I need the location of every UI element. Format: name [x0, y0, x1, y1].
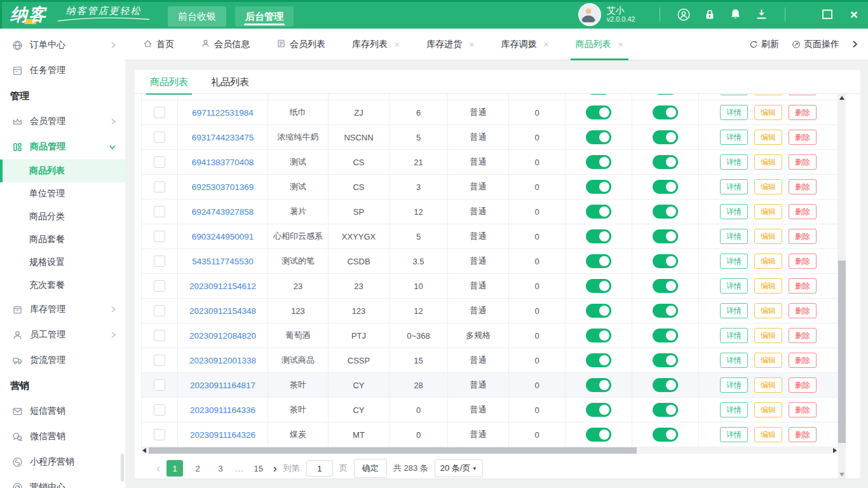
row-checkbox[interactable]	[154, 156, 165, 168]
sidebar-item[interactable]: 任务管理	[0, 58, 125, 83]
detail-button[interactable]: 详情	[720, 254, 748, 269]
detail-button[interactable]: 详情	[720, 303, 748, 318]
page-tab[interactable]: 会员列表	[276, 29, 325, 60]
detail-button[interactable]: 详情	[720, 179, 748, 194]
points-toggle-on[interactable]	[653, 94, 678, 95]
edit-button[interactable]: 编辑	[754, 328, 782, 343]
detail-button[interactable]: 详情	[720, 105, 748, 120]
edit-button[interactable]: 编辑	[754, 427, 782, 442]
edit-button[interactable]: 编辑	[754, 377, 782, 393]
page-button-3[interactable]: 3	[212, 460, 229, 477]
delete-button[interactable]: 删除	[789, 254, 817, 269]
bell-icon[interactable]	[729, 8, 742, 21]
row-checkbox[interactable]	[154, 404, 165, 416]
row-checkbox[interactable]	[154, 206, 165, 217]
shelf-toggle-on[interactable]	[586, 155, 611, 169]
barcode-link[interactable]: 20230912154612	[189, 281, 256, 291]
horizontal-scrollbar-thumb[interactable]	[149, 447, 637, 454]
tab-goods-list[interactable]: 商品列表	[150, 70, 188, 94]
delete-button[interactable]: 删除	[789, 204, 817, 219]
points-toggle-on[interactable]	[653, 229, 678, 243]
sidebar-item[interactable]: 商品管理	[0, 134, 125, 159]
backend-admin-button[interactable]: 后台管理	[235, 6, 294, 27]
shelf-toggle-on[interactable]	[586, 428, 611, 442]
page-tab[interactable]: 会员信息	[201, 29, 250, 60]
points-toggle-on[interactable]	[653, 205, 678, 219]
sidebar-item[interactable]: 货流管理	[0, 348, 125, 373]
shelf-toggle-on[interactable]	[586, 353, 611, 367]
page-size-select[interactable]: 20 条/页 ▼	[435, 459, 483, 477]
points-toggle-on[interactable]	[653, 304, 678, 318]
sidebar-item[interactable]: 小程序营销	[0, 449, 125, 475]
sidebar-subitem[interactable]: 单位管理	[0, 182, 125, 205]
detail-button[interactable]: 详情	[720, 204, 748, 219]
avatar[interactable]	[578, 3, 601, 26]
row-checkbox[interactable]	[154, 280, 165, 292]
tab-close-icon[interactable]: ×	[395, 39, 400, 50]
sidebar-item[interactable]: 库存管理	[0, 297, 125, 322]
sidebar-item[interactable]: 微信营销	[0, 424, 125, 449]
maximize-button[interactable]	[822, 10, 832, 19]
barcode-link[interactable]: 6924743927858	[192, 207, 254, 217]
next-page-icon[interactable]: ›	[273, 463, 277, 474]
detail-button[interactable]: 详情	[720, 328, 748, 343]
page-tab[interactable]: 库存列表×	[352, 29, 400, 60]
page-tab[interactable]: 商品列表×	[576, 29, 623, 60]
tab-close-icon[interactable]: ×	[618, 39, 623, 50]
shelf-toggle-on[interactable]	[586, 254, 611, 268]
delete-button[interactable]: 删除	[789, 94, 817, 95]
tab-close-icon[interactable]: ×	[469, 39, 474, 50]
scroll-right-arrow-icon[interactable]	[833, 448, 837, 453]
delete-button[interactable]: 删除	[789, 130, 817, 145]
page-tab[interactable]: 库存调拨×	[501, 29, 548, 60]
sidebar-subitem[interactable]: 规格设置	[0, 251, 125, 274]
front-cashier-button[interactable]: 前台收银	[168, 6, 226, 27]
shelf-toggle-on[interactable]	[586, 180, 611, 194]
delete-button[interactable]: 删除	[789, 303, 817, 318]
detail-button[interactable]: 详情	[720, 229, 748, 244]
sidebar-item[interactable]: 订单中心	[0, 32, 125, 58]
lock-icon[interactable]	[703, 8, 716, 21]
sidebar-subitem[interactable]: 商品套餐	[0, 228, 125, 251]
points-toggle-on[interactable]	[653, 378, 678, 392]
edit-button[interactable]: 编辑	[754, 154, 782, 170]
delete-button[interactable]: 删除	[789, 179, 817, 194]
page-button-2[interactable]: 2	[189, 460, 206, 477]
delete-button[interactable]: 删除	[789, 402, 817, 417]
delete-button[interactable]: 删除	[789, 328, 817, 343]
edit-button[interactable]: 编辑	[754, 130, 782, 145]
points-toggle-on[interactable]	[653, 105, 678, 119]
barcode-link[interactable]: 20230912154348	[189, 306, 256, 316]
barcode-link[interactable]: 6971122531984	[192, 108, 254, 118]
confirm-button[interactable]: 确定	[354, 459, 387, 478]
shelf-toggle-on[interactable]	[586, 403, 611, 417]
edit-button[interactable]: 编辑	[754, 179, 782, 194]
points-toggle-on[interactable]	[653, 279, 678, 293]
edit-button[interactable]: 编辑	[754, 105, 782, 120]
shelf-toggle-on[interactable]	[586, 105, 611, 119]
sidebar-item[interactable]: 员工管理	[0, 322, 125, 348]
scroll-down-arrow-icon[interactable]	[839, 473, 844, 477]
detail-button[interactable]: 详情	[720, 353, 748, 368]
points-toggle-on[interactable]	[653, 428, 678, 442]
prev-page-icon[interactable]: ‹	[156, 463, 160, 474]
refresh-button[interactable]: 刷新	[749, 39, 779, 50]
barcode-link[interactable]: 6931744233475	[192, 133, 254, 142]
barcode-link[interactable]: 20230911164336	[190, 405, 255, 415]
barcode-link[interactable]: 5435117745530	[192, 257, 254, 266]
barcode-link[interactable]: 20230912084820	[189, 331, 256, 341]
row-checkbox[interactable]	[154, 181, 165, 193]
close-button[interactable]: ×	[850, 8, 858, 21]
vertical-scrollbar[interactable]	[838, 94, 846, 478]
barcode-link[interactable]: 20230911164326	[190, 430, 255, 440]
chevron-right-icon[interactable]	[852, 40, 858, 48]
delete-button[interactable]: 删除	[789, 154, 817, 170]
page-tab[interactable]: 首页	[143, 29, 174, 60]
row-checkbox[interactable]	[154, 355, 165, 366]
shelf-toggle-on[interactable]	[586, 130, 611, 144]
scroll-up-arrow-icon[interactable]	[839, 96, 844, 100]
barcode-link[interactable]: 6941383770408	[192, 158, 254, 167]
row-checkbox[interactable]	[154, 132, 165, 143]
detail-button[interactable]: 详情	[720, 278, 748, 294]
edit-button[interactable]: 编辑	[754, 254, 782, 269]
